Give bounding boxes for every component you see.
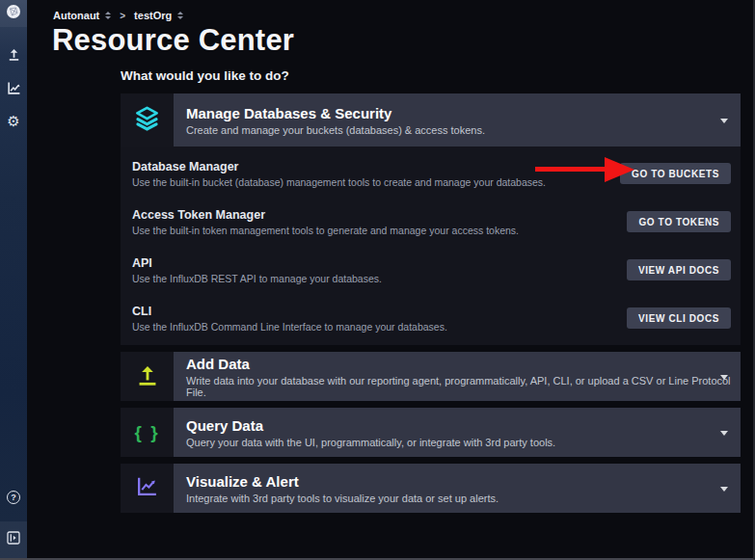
row-description: Use the InfluxDB REST API to manage your… (132, 273, 382, 284)
breadcrumb-account-selector[interactable]: Autonaut (53, 10, 111, 21)
card-header-text: Manage Databases & Security Create and m… (174, 93, 485, 147)
row-description: Use the built-in bucket (database) manag… (132, 176, 546, 188)
page-subtitle: What would you like to do? (121, 68, 289, 83)
row-text: API Use the InfluxDB REST API to manage … (132, 256, 382, 284)
row-access-token-manager: Access Token Manager Use the built-in to… (121, 198, 741, 246)
row-text: Database Manager Use the built-in bucket… (132, 160, 546, 188)
card-description: Create and manage your buckets (database… (186, 124, 485, 136)
card-header-text: Visualize & Alert Integrate with 3rd par… (174, 464, 499, 513)
row-database-manager: Database Manager Use the built-in bucket… (121, 149, 741, 198)
sidebar-item-data-explorer[interactable] (0, 77, 27, 102)
breadcrumb: Autonaut > testOrg (53, 7, 183, 24)
braces-icon: { } (134, 422, 159, 443)
go-to-buckets-button[interactable]: GO TO BUCKETS (620, 163, 731, 184)
row-title: CLI (132, 305, 447, 318)
row-api: API Use the InfluxDB REST API to manage … (121, 246, 741, 294)
card-icon-cell (121, 464, 174, 513)
influxdb-logo-icon (6, 4, 21, 23)
card-query-data: { } Query Data Query your data with the … (121, 408, 741, 457)
card-header-text: Query Data Query your data with the UI, … (174, 408, 555, 457)
graph-icon (7, 81, 21, 99)
account-name: Autonaut (53, 10, 99, 21)
card-icon-cell: { } (121, 408, 174, 457)
chevron-down-icon (720, 431, 728, 436)
influxdb-logo[interactable] (0, 0, 27, 27)
gear-icon: ⚙ (7, 114, 19, 128)
upload-icon (7, 46, 21, 65)
view-cli-docs-button[interactable]: VIEW CLI DOCS (627, 307, 731, 329)
layers-icon (134, 105, 160, 135)
card-icon-cell (121, 352, 174, 401)
row-description: Use the InfluxDB Command Line Interface … (132, 321, 447, 333)
breadcrumb-org-selector[interactable]: testOrg (134, 10, 183, 21)
chevron-down-icon (720, 487, 728, 492)
help-icon: ? (7, 491, 20, 504)
card-header-add-data[interactable]: Add Data Write data into your database w… (121, 352, 741, 401)
card-body-manage-databases: Database Manager Use the built-in bucket… (121, 147, 741, 345)
chevron-right-icon: > (120, 11, 125, 21)
resource-cards: Manage Databases & Security Create and m… (121, 93, 741, 513)
sidebar-toggle[interactable] (0, 521, 27, 558)
card-description: Query your data with the UI, programmati… (186, 437, 555, 448)
card-description: Integrate with 3rd party tools to visual… (186, 493, 499, 504)
card-header-query-data[interactable]: { } Query Data Query your data with the … (121, 408, 741, 457)
card-icon-cell (121, 93, 174, 147)
sidebar-item-load-data[interactable] (0, 42, 27, 67)
go-to-tokens-button[interactable]: GO TO TOKENS (627, 211, 731, 232)
upload-icon (135, 362, 160, 391)
row-description: Use the built-in token management tools … (132, 225, 519, 236)
row-title: Database Manager (132, 160, 546, 173)
chevron-down-icon (720, 375, 728, 380)
view-api-docs-button[interactable]: VIEW API DOCS (627, 259, 731, 280)
sidebar: ⚙ ? (0, 0, 27, 558)
page-title: Resource Center (52, 23, 294, 58)
card-header-visualize-alert[interactable]: Visualize & Alert Integrate with 3rd par… (121, 464, 741, 513)
card-title: Manage Databases & Security (186, 105, 485, 121)
app-window: ⚙ ? Autonaut > testOrg Resource C (0, 0, 755, 560)
sidebar-item-settings[interactable]: ⚙ (0, 108, 27, 133)
card-manage-databases: Manage Databases & Security Create and m… (121, 93, 741, 345)
card-description: Write data into your database with our r… (186, 375, 741, 398)
row-cli: CLI Use the InfluxDB Command Line Interf… (121, 294, 741, 342)
line-chart-icon (135, 474, 159, 502)
card-title: Add Data (186, 356, 741, 372)
chevron-down-icon (720, 119, 728, 123)
card-header-manage-databases[interactable]: Manage Databases & Security Create and m… (121, 93, 741, 147)
card-visualize-alert: Visualize & Alert Integrate with 3rd par… (121, 464, 741, 513)
org-name: testOrg (134, 10, 172, 21)
sort-carets-icon (105, 12, 111, 19)
row-text: CLI Use the InfluxDB Command Line Interf… (132, 305, 447, 333)
card-title: Query Data (186, 417, 555, 434)
card-header-text: Add Data Write data into your database w… (174, 352, 741, 401)
card-title: Visualize & Alert (186, 473, 499, 490)
sort-carets-icon (177, 12, 183, 19)
row-title: Access Token Manager (132, 208, 519, 222)
sidebar-toggle-icon (7, 531, 20, 548)
row-title: API (132, 256, 382, 270)
sidebar-item-help[interactable]: ? (0, 485, 27, 510)
row-text: Access Token Manager Use the built-in to… (132, 208, 519, 236)
card-add-data: Add Data Write data into your database w… (121, 352, 741, 401)
